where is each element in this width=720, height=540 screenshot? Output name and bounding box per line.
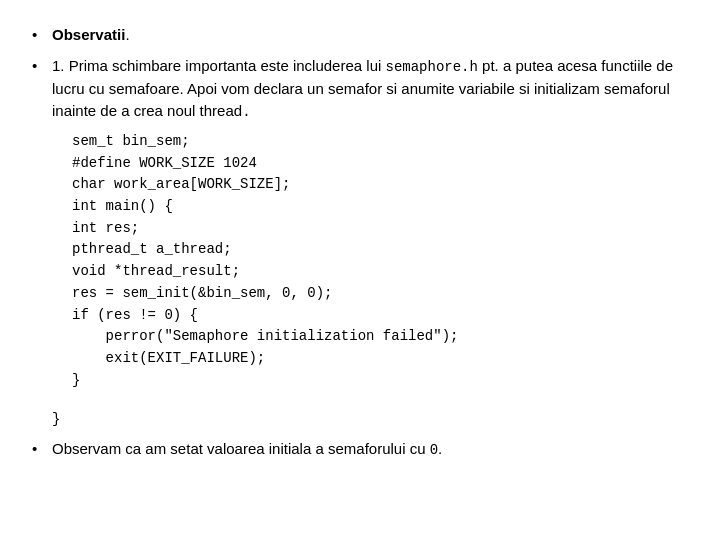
bullet-item-closing-brace: } <box>32 407 688 430</box>
observatii-bold: Observatii <box>52 26 125 43</box>
bullet-symbol-3: • <box>32 438 52 461</box>
code-block: sem_t bin_sem; #define WORK_SIZE 1024 ch… <box>72 131 688 391</box>
bullet-item-1: • Observatii. <box>32 24 688 47</box>
bullet-content-2: 1. Prima schimbare importanta este inclu… <box>52 55 688 400</box>
page-container: • Observatii. • 1. Prima schimbare impor… <box>0 0 720 540</box>
bullet-content-brace: } <box>52 407 688 430</box>
inline-code-dot: . <box>242 104 250 120</box>
bullet-content-3: Observam ca am setat valoarea initiala a… <box>52 438 688 461</box>
bullet-content-1: Observatii. <box>52 24 688 47</box>
bullet-item-2: • 1. Prima schimbare importanta este inc… <box>32 55 688 400</box>
inline-code-brace: } <box>52 411 60 427</box>
bullet-item-3: • Observam ca am setat valoarea initiala… <box>32 438 688 461</box>
bullet-list: • Observatii. • 1. Prima schimbare impor… <box>32 24 688 461</box>
inline-code-semaphore: semaphore.h <box>386 59 478 75</box>
bullet-symbol-2: • <box>32 55 52 78</box>
bullet-symbol-1: • <box>32 24 52 47</box>
inline-code-zero: 0 <box>430 442 438 458</box>
